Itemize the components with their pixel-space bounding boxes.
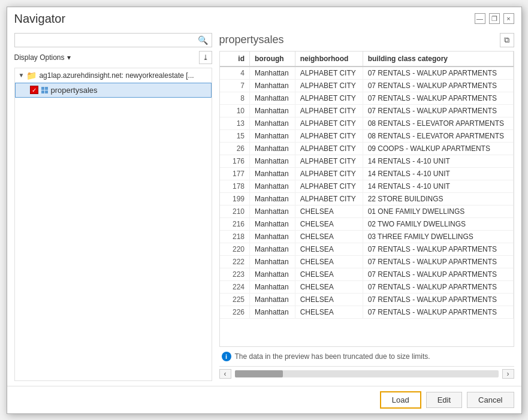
copy-icon: ⧉ xyxy=(504,35,509,45)
cell-borough: Manhattan xyxy=(250,180,295,192)
truncated-notice: i The data in the preview has been trunc… xyxy=(219,347,514,366)
cell-neighborhood: CHELSEA xyxy=(295,255,363,268)
table-grid-icon xyxy=(41,87,48,93)
cell-category: 03 THREE FAMILY DWELLINGS xyxy=(363,230,513,243)
cell-category: 01 ONE FAMILY DWELLINGS xyxy=(363,205,513,217)
table-label: propertysales xyxy=(51,86,98,95)
cell-category: 14 RENTALS - 4-10 UNIT xyxy=(363,180,513,192)
cell-id: 224 xyxy=(220,280,250,293)
table-row: 199 Manhattan ALPHABET CITY 22 STORE BUI… xyxy=(220,192,514,205)
scroll-track[interactable] xyxy=(235,370,499,377)
cell-borough: Manhattan xyxy=(250,293,295,306)
cell-neighborhood: ALPHABET CITY xyxy=(295,117,363,129)
cell-id: 226 xyxy=(220,306,250,318)
table-row: 216 Manhattan CHELSEA 02 TWO FAMILY DWEL… xyxy=(220,217,514,230)
cell-category: 07 RENTALS - WALKUP APARTMENTS xyxy=(363,268,513,280)
tree-table-node[interactable]: ✓ propertysales xyxy=(15,83,212,98)
cell-id: 13 xyxy=(220,117,250,129)
cell-neighborhood: CHELSEA xyxy=(295,217,363,230)
tree-area: ▼ 📁 ag1lap.azurehdinsight.net: newyorkre… xyxy=(14,68,212,381)
cell-neighborhood: CHELSEA xyxy=(295,280,363,293)
cell-category: 07 RENTALS - WALKUP APARTMENTS xyxy=(363,92,513,104)
cancel-button[interactable]: Cancel xyxy=(467,392,514,408)
cell-neighborhood: ALPHABET CITY xyxy=(295,67,363,80)
display-options-button[interactable]: Display Options ▾ xyxy=(14,53,71,62)
cell-category: 07 RENTALS - WALKUP APARTMENTS xyxy=(363,67,513,80)
table-row: 15 Manhattan ALPHABET CITY 08 RENTALS - … xyxy=(220,129,514,142)
horizontal-scrollbar[interactable]: ‹ › xyxy=(219,366,514,381)
table-header-row: id borough neighborhood building class c… xyxy=(220,52,514,67)
cell-id: 199 xyxy=(220,192,250,205)
cell-category: 07 RENTALS - WALKUP APARTMENTS xyxy=(363,79,513,92)
cell-id: 225 xyxy=(220,293,250,306)
info-icon: i xyxy=(222,352,231,361)
table-row: 13 Manhattan ALPHABET CITY 08 RENTALS - … xyxy=(220,117,514,129)
title-bar-controls: — ❐ × xyxy=(475,13,514,24)
checkbox-checked-icon[interactable]: ✓ xyxy=(30,86,38,94)
col-header-neighborhood: neighborhood xyxy=(295,52,363,67)
cell-id: 216 xyxy=(220,217,250,230)
tree-server-node[interactable]: ▼ 📁 ag1lap.azurehdinsight.net: newyorkre… xyxy=(15,68,212,83)
scroll-left-arrow[interactable]: ‹ xyxy=(219,369,231,379)
data-table-container[interactable]: id borough neighborhood building class c… xyxy=(219,51,514,347)
cell-borough: Manhattan xyxy=(250,192,295,205)
dialog-footer: Load Edit Cancel xyxy=(7,386,521,413)
cell-borough: Manhattan xyxy=(250,243,295,255)
table-row: 226 Manhattan CHELSEA 07 RENTALS - WALKU… xyxy=(220,306,514,318)
truncated-text: The data in the preview has been truncat… xyxy=(235,352,430,361)
col-header-category: building class category xyxy=(363,52,513,67)
dialog-body: 🔍 Display Options ▾ ⤓ ▼ 📁 ag1lap.azurehd xyxy=(7,28,521,386)
cell-category: 07 RENTALS - WALKUP APARTMENTS xyxy=(363,293,513,306)
cell-borough: Manhattan xyxy=(250,255,295,268)
cell-category: 14 RENTALS - 4-10 UNIT xyxy=(363,155,513,167)
table-row: 223 Manhattan CHELSEA 07 RENTALS - WALKU… xyxy=(220,268,514,280)
col-header-id: id xyxy=(220,52,250,67)
cell-borough: Manhattan xyxy=(250,117,295,129)
cell-category: 07 RENTALS - WALKUP APARTMENTS xyxy=(363,104,513,117)
cell-borough: Manhattan xyxy=(250,142,295,155)
table-row: 178 Manhattan ALPHABET CITY 14 RENTALS -… xyxy=(220,180,514,192)
cell-id: 220 xyxy=(220,243,250,255)
table-row: 210 Manhattan CHELSEA 01 ONE FAMILY DWEL… xyxy=(220,205,514,217)
cell-neighborhood: ALPHABET CITY xyxy=(295,129,363,142)
cell-borough: Manhattan xyxy=(250,155,295,167)
load-button[interactable]: Load xyxy=(380,391,421,409)
cell-borough: Manhattan xyxy=(250,92,295,104)
cell-id: 177 xyxy=(220,167,250,180)
cell-id: 222 xyxy=(220,255,250,268)
search-input[interactable] xyxy=(19,35,198,44)
table-row: 4 Manhattan ALPHABET CITY 07 RENTALS - W… xyxy=(220,67,514,80)
cell-borough: Manhattan xyxy=(250,167,295,180)
cell-id: 223 xyxy=(220,268,250,280)
restore-button[interactable]: ❐ xyxy=(489,13,500,24)
scroll-thumb[interactable] xyxy=(235,370,283,377)
minimize-button[interactable]: — xyxy=(475,13,485,24)
scroll-right-arrow[interactable]: › xyxy=(502,369,514,379)
cell-neighborhood: ALPHABET CITY xyxy=(295,192,363,205)
cell-neighborhood: ALPHABET CITY xyxy=(295,92,363,104)
search-icon: 🔍 xyxy=(198,35,208,45)
cell-category: 22 STORE BUILDINGS xyxy=(363,192,513,205)
preview-copy-button[interactable]: ⧉ xyxy=(500,33,514,47)
cell-category: 07 RENTALS - WALKUP APARTMENTS xyxy=(363,255,513,268)
cell-category: 07 RENTALS - WALKUP APARTMENTS xyxy=(363,243,513,255)
left-panel: 🔍 Display Options ▾ ⤓ ▼ 📁 ag1lap.azurehd xyxy=(14,33,212,381)
right-panel: propertysales ⧉ id borough neighborhood … xyxy=(219,33,514,381)
table-row: 7 Manhattan ALPHABET CITY 07 RENTALS - W… xyxy=(220,79,514,92)
close-button[interactable]: × xyxy=(503,13,514,24)
cell-neighborhood: ALPHABET CITY xyxy=(295,155,363,167)
cell-neighborhood: ALPHABET CITY xyxy=(295,142,363,155)
tree-expand-icon: ▼ xyxy=(19,72,25,78)
chevron-down-icon: ▾ xyxy=(67,53,71,62)
cell-borough: Manhattan xyxy=(250,217,295,230)
preview-header: propertysales ⧉ xyxy=(219,33,514,47)
cell-category: 07 RENTALS - WALKUP APARTMENTS xyxy=(363,306,513,318)
import-button[interactable]: ⤓ xyxy=(199,51,212,64)
cell-borough: Manhattan xyxy=(250,79,295,92)
cell-neighborhood: ALPHABET CITY xyxy=(295,79,363,92)
edit-button[interactable]: Edit xyxy=(426,392,462,408)
cell-id: 218 xyxy=(220,230,250,243)
table-row: 225 Manhattan CHELSEA 07 RENTALS - WALKU… xyxy=(220,293,514,306)
cell-category: 02 TWO FAMILY DWELLINGS xyxy=(363,217,513,230)
cell-category: 07 RENTALS - WALKUP APARTMENTS xyxy=(363,280,513,293)
